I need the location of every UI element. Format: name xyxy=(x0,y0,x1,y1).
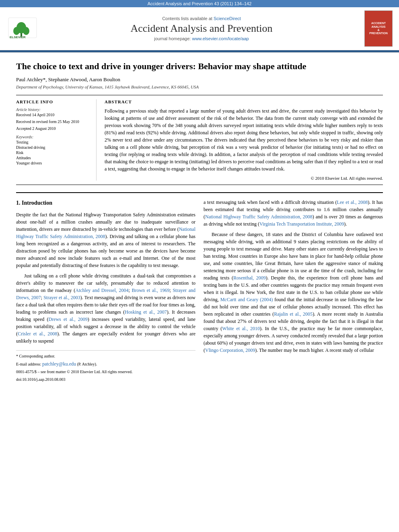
svg-text:ELSEVIER: ELSEVIER xyxy=(10,35,26,39)
body-col-right: a text messaging task when faced with a … xyxy=(204,199,383,382)
svg-point-4 xyxy=(23,27,29,35)
journal-citation: Accident Analysis and Prevention 43 (201… xyxy=(148,1,252,6)
body-para-3: a text messaging task when faced with a … xyxy=(204,199,383,228)
ref-strayer-2003[interactable]: Strayer et al., 2003 xyxy=(43,295,80,300)
journal-homepage: journal homepage: www.elsevier.com/locat… xyxy=(47,36,356,41)
abstract-section: ABSTRACT Following a previous study that… xyxy=(105,99,383,181)
ref-rajalin[interactable]: Rajalin et al., 2005 xyxy=(274,311,313,317)
received-date: Received 14 April 2010 xyxy=(16,113,90,117)
article-authors: Paul Atchley*, Stephanie Atwood, Aaron B… xyxy=(16,76,383,83)
ref-drews[interactable]: Drews et al., 2009 xyxy=(48,316,87,322)
journal-top-bar: Accident Analysis and Prevention 43 (201… xyxy=(0,0,399,7)
ref-vtti[interactable]: Virginia Tech Transportation Institute, … xyxy=(259,221,344,227)
keywords-list: Texting Distracted driving Risk Attitude… xyxy=(16,140,90,165)
ref-brown-1969[interactable]: Brown et al., 1969 xyxy=(132,288,169,293)
accepted-date: Accepted 2 August 2010 xyxy=(16,126,90,131)
sciencedirect-link[interactable]: ScienceDirect xyxy=(214,16,241,21)
cover-title-text: ACCIDENT ANALYSIS & PREVENTION xyxy=(369,22,388,35)
article-title: The choice to text and drive in younger … xyxy=(16,61,383,72)
doi-line: doi:10.1016/j.aap.2010.08.003 xyxy=(16,376,195,382)
article-info-label: ARTICLE INFO xyxy=(16,99,90,104)
svg-point-3 xyxy=(13,27,20,35)
ref-nhtsa-2008[interactable]: National Highway Traffic Safety Administ… xyxy=(16,226,195,239)
journal-cover: ACCIDENT ANALYSIS & PREVENTION xyxy=(364,10,393,47)
contents-line: Contents lists available at ScienceDirec… xyxy=(47,16,356,21)
homepage-link[interactable]: www.elsevier.com/locate/aap xyxy=(192,36,249,41)
body-columns: 1. Introduction Despite the fact that th… xyxy=(16,192,383,382)
section1-heading: 1. Introduction xyxy=(16,199,195,207)
abstract-copyright: © 2010 Elsevier Ltd. All rights reserved… xyxy=(105,176,383,181)
keyword-risk: Risk xyxy=(16,150,90,155)
email-note: E-mail address: patchley@ku.edu (P. Atch… xyxy=(16,360,195,368)
history-label: Article history: xyxy=(16,107,90,112)
journal-middle: ELSEVIER Contents lists available at Sci… xyxy=(0,7,399,50)
ref-vlingo[interactable]: Vlingo Corporation, 2009 xyxy=(205,347,255,353)
body-para-4: Because of these dangers, 18 states and … xyxy=(204,231,383,354)
journal-title: Accident Analysis and Prevention xyxy=(47,23,356,35)
journal-header: Accident Analysis and Prevention 43 (201… xyxy=(0,0,399,53)
journal-cover-box: ACCIDENT ANALYSIS & PREVENTION xyxy=(364,10,393,47)
ref-hosking[interactable]: Hosking et al., 2007 xyxy=(125,309,167,315)
footnote-section: * Corresponding author. E-mail address: … xyxy=(16,350,195,382)
article-content: The choice to text and drive in younger … xyxy=(0,53,399,390)
keyword-attitudes: Attitudes xyxy=(16,156,90,160)
article-affiliation: Department of Psychology, University of … xyxy=(16,84,383,89)
journal-center-info: Contents lists available at ScienceDirec… xyxy=(47,16,356,41)
body-para-1: Despite the fact that the National Highw… xyxy=(16,211,195,269)
elsevier-logo: ELSEVIER xyxy=(6,16,39,41)
issn-line: 0001-4575/$ – see front matter © 2010 El… xyxy=(16,369,195,375)
abstract-label: ABSTRACT xyxy=(105,99,383,104)
journal-bottom-bar xyxy=(0,50,399,52)
body-para-2: Just talking on a cell phone while drivi… xyxy=(16,272,195,345)
ref-nhtsa-2008b[interactable]: National Highway Traffic Safety Administ… xyxy=(205,214,313,220)
ref-crisler[interactable]: Crisler et al., 2008 xyxy=(18,331,57,337)
author-email-link[interactable]: patchley@ku.edu xyxy=(42,361,76,367)
abstract-text: Following a previous study that reported… xyxy=(105,107,383,173)
ref-lee-2008[interactable]: Lee et al., 2008 xyxy=(337,199,368,205)
keyword-texting: Texting xyxy=(16,140,90,144)
corresponding-author-note: * Corresponding author. xyxy=(16,353,195,359)
ref-white[interactable]: White et al., 2010 xyxy=(222,326,260,331)
ref-rosenthal[interactable]: Rosenthal, 2009 xyxy=(233,275,266,281)
keywords-section: Keywords: Texting Distracted driving Ris… xyxy=(16,135,90,165)
article-info-panel: ARTICLE INFO Article history: Received 1… xyxy=(16,99,97,181)
keyword-younger: Younger drivers xyxy=(16,161,90,165)
keywords-label: Keywords: xyxy=(16,135,90,139)
ref-mccartt[interactable]: McCartt and Geary (2004) xyxy=(220,297,273,302)
ref-atchley-2004[interactable]: Atchley and Dressel, 2004 xyxy=(75,288,128,293)
body-col-left: 1. Introduction Despite the fact that th… xyxy=(16,199,195,382)
received-revised-date: Received in revised form 25 May 2010 xyxy=(16,119,90,124)
keyword-distracted: Distracted driving xyxy=(16,145,90,150)
article-info-abstract-section: ARTICLE INFO Article history: Received 1… xyxy=(16,95,383,185)
